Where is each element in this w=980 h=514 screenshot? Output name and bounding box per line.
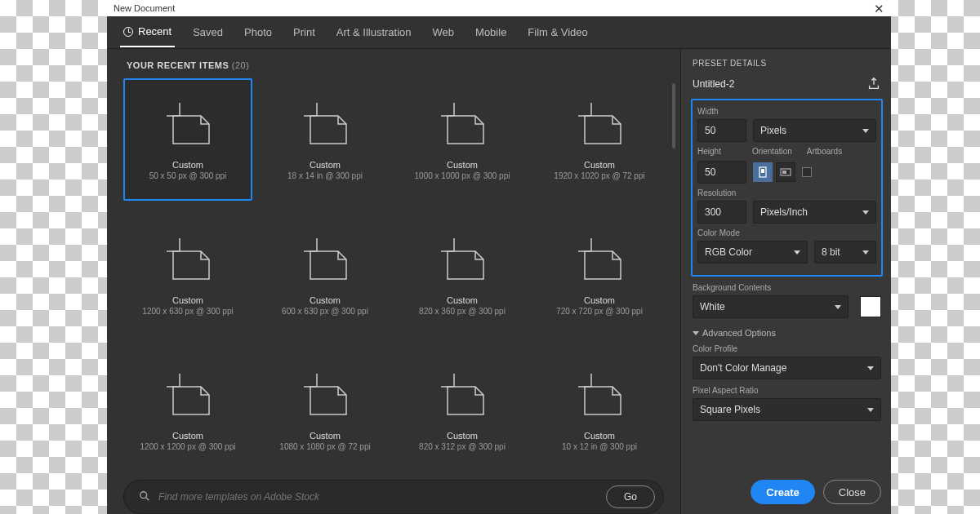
preset-card[interactable]: Custom1080 x 1080 px @ 72 ppi <box>261 349 390 470</box>
scrollbar[interactable] <box>672 83 675 148</box>
chevron-down-icon <box>867 408 874 412</box>
chevron-down-icon <box>794 250 800 255</box>
chevron-down-icon <box>862 210 869 215</box>
colormode-select[interactable]: RGB Color <box>697 241 808 264</box>
par-label: Pixel Aspect Ratio <box>693 386 881 395</box>
preset-card-desc: 1200 x 1200 px @ 300 ppi <box>140 442 236 451</box>
create-button[interactable]: Create <box>751 480 814 504</box>
tab-photo[interactable]: Photo <box>241 18 275 47</box>
export-preset-icon[interactable] <box>866 76 881 92</box>
preset-card-desc: 600 x 630 px @ 300 ppi <box>282 307 368 316</box>
svg-rect-27 <box>761 169 764 173</box>
width-input[interactable] <box>697 119 746 142</box>
preset-thumb-icon <box>301 370 350 419</box>
resolution-label: Resolution <box>697 188 876 197</box>
preset-card-desc: 720 x 720 px @ 300 ppi <box>556 307 643 316</box>
orientation-landscape-button[interactable] <box>776 162 795 182</box>
close-icon[interactable]: ✕ <box>874 2 884 15</box>
bg-swatch[interactable] <box>860 296 881 317</box>
preset-card-title: Custom <box>172 160 203 170</box>
stock-search-input[interactable] <box>158 491 598 503</box>
preset-card-title: Custom <box>447 431 478 441</box>
stock-go-button[interactable]: Go <box>606 485 655 508</box>
preset-card[interactable]: Custom720 x 720 px @ 300 ppi <box>535 214 664 336</box>
tab-print[interactable]: Print <box>290 18 318 47</box>
height-label: Height <box>697 147 721 156</box>
width-label: Width <box>697 107 876 116</box>
resolution-input[interactable] <box>697 201 746 224</box>
preset-details-heading: PRESET DETAILS <box>693 59 881 68</box>
dimensions-highlight: Width Pixels Height Orientation Artboard… <box>691 99 883 277</box>
clock-icon <box>123 27 133 37</box>
preset-card-desc: 820 x 360 px @ 300 ppi <box>419 307 506 316</box>
tab-art-illustration[interactable]: Art & Illustration <box>333 18 415 47</box>
preset-card-title: Custom <box>447 160 478 170</box>
tab-saved[interactable]: Saved <box>189 18 226 47</box>
preset-name-input[interactable]: Untitled-2 <box>693 78 734 90</box>
preset-card[interactable]: Custom820 x 312 px @ 300 ppi <box>398 349 527 470</box>
preset-thumb-icon <box>163 100 212 148</box>
preset-card-title: Custom <box>310 160 341 170</box>
preset-card[interactable]: Custom10 x 12 in @ 300 ppi <box>535 349 664 470</box>
preset-card[interactable]: Custom820 x 360 px @ 300 ppi <box>398 214 527 336</box>
width-unit-select[interactable]: Pixels <box>753 119 876 142</box>
tab-mobile[interactable]: Mobile <box>472 18 510 47</box>
preset-thumb-icon <box>438 370 487 419</box>
orientation-label: Orientation <box>752 147 792 156</box>
preset-card[interactable]: Custom18 x 14 in @ 300 ppi <box>261 78 390 201</box>
tab-recent[interactable]: Recent <box>120 17 175 47</box>
advanced-options-toggle[interactable]: Advanced Options <box>693 328 881 338</box>
preset-thumb-icon <box>163 235 212 284</box>
preset-card[interactable]: Custom1920 x 1020 px @ 72 ppi <box>535 78 664 201</box>
height-input[interactable] <box>697 161 746 184</box>
preset-card-title: Custom <box>310 431 341 441</box>
preset-thumb-icon <box>438 100 487 148</box>
preset-card[interactable]: Custom600 x 630 px @ 300 ppi <box>261 214 390 336</box>
chevron-down-icon <box>835 305 841 309</box>
svg-point-24 <box>140 491 147 498</box>
preset-card-title: Custom <box>172 295 203 305</box>
adobe-stock-search: Go <box>123 480 664 514</box>
preset-thumb-icon <box>438 235 487 284</box>
preset-grid: Custom50 x 50 px @ 300 ppi Custom18 x 14… <box>123 78 664 470</box>
bg-select[interactable]: White <box>693 295 849 318</box>
preset-card-desc: 10 x 12 in @ 300 ppi <box>562 442 637 451</box>
preset-card[interactable]: Custom1200 x 1200 px @ 300 ppi <box>123 349 252 470</box>
resolution-unit-select[interactable]: Pixels/Inch <box>753 201 876 224</box>
preset-thumb-icon <box>301 100 350 148</box>
window-title: New Document <box>114 3 175 13</box>
preset-card-desc: 50 x 50 px @ 300 ppi <box>149 171 227 180</box>
colormode-label: Color Mode <box>697 228 876 237</box>
search-icon <box>139 490 150 504</box>
artboards-checkbox[interactable] <box>802 167 812 177</box>
preset-card[interactable]: Custom1200 x 630 px @ 300 ppi <box>123 214 252 336</box>
preset-thumb-icon <box>575 235 624 284</box>
titlebar: New Document ✕ <box>107 0 891 16</box>
par-select[interactable]: Square Pixels <box>693 398 881 421</box>
preset-details-panel: PRESET DETAILS Untitled-2 Width Pixels H… <box>680 49 891 514</box>
svg-line-25 <box>146 497 149 500</box>
preset-tabbar: Recent Saved Photo Print Art & Illustrat… <box>107 16 891 49</box>
preset-card[interactable]: Custom50 x 50 px @ 300 ppi <box>123 78 252 201</box>
tab-web[interactable]: Web <box>430 18 458 47</box>
preset-card-desc: 1000 x 1000 px @ 300 ppi <box>415 171 510 180</box>
chevron-down-icon <box>862 250 869 255</box>
color-profile-select[interactable]: Don't Color Manage <box>693 357 881 379</box>
preset-card[interactable]: Custom1000 x 1000 px @ 300 ppi <box>398 78 527 201</box>
chevron-down-icon <box>693 331 699 335</box>
preset-thumb-icon <box>301 235 350 284</box>
preset-card-desc: 980 x 514 px @ 300 ppi <box>142 307 233 316</box>
recent-items-header: YOUR RECENT ITEMS (20) <box>107 49 680 78</box>
bg-label: Background Contents <box>693 283 881 292</box>
preset-thumb-icon <box>163 370 212 419</box>
chevron-down-icon <box>867 366 874 370</box>
chevron-down-icon <box>862 129 869 133</box>
preset-thumb-icon <box>575 370 624 419</box>
bitdepth-select[interactable]: 8 bit <box>814 241 876 264</box>
preset-card-title: Custom <box>310 295 341 305</box>
tab-film-video[interactable]: Film & Video <box>524 18 590 47</box>
preset-card-title: Custom <box>584 160 615 170</box>
close-button[interactable]: Close <box>823 480 881 504</box>
orientation-portrait-button[interactable] <box>753 162 773 182</box>
preset-card-title: Custom <box>584 431 615 441</box>
